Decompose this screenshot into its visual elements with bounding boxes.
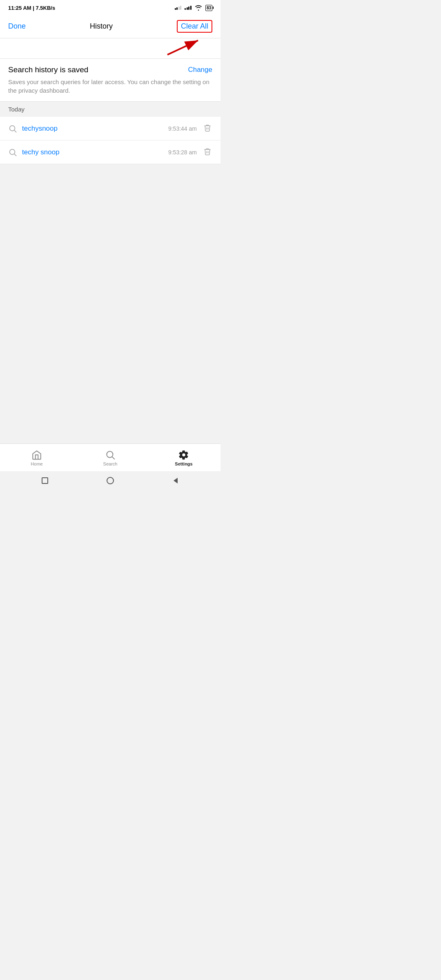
history-status-row: Search history is saved Change [8, 65, 212, 74]
search-icon [8, 124, 17, 133]
history-status-title: Search history is saved [8, 65, 88, 74]
search-query-1: techysnoop [22, 125, 168, 133]
history-item[interactable]: techysnoop 9:53:44 am [0, 117, 220, 140]
status-icons: 83 [175, 5, 212, 11]
search-query-2: techy snoop [22, 148, 168, 156]
history-description: Saves your search queries for later acce… [8, 78, 212, 95]
wifi-icon [195, 5, 202, 11]
trash-icon-1 [203, 123, 212, 132]
android-nav-bar [0, 471, 220, 490]
trash-icon-2 [203, 147, 212, 156]
empty-area [0, 164, 220, 417]
svg-line-1 [167, 40, 198, 55]
bottom-nav: Home Search Settings [0, 443, 220, 471]
done-button[interactable]: Done [8, 22, 26, 31]
delete-button-2[interactable] [203, 146, 212, 158]
section-header-label: Today [8, 106, 24, 113]
change-button[interactable]: Change [188, 66, 212, 74]
history-list: techysnoop 9:53:44 am techy snoop 9:53:2… [0, 117, 220, 164]
history-time-2: 9:53:28 am [168, 149, 197, 156]
signal-icon-2 [185, 6, 192, 10]
back-icon [172, 477, 179, 484]
nav-label-home: Home [31, 461, 42, 466]
svg-point-9 [107, 477, 114, 484]
svg-line-5 [14, 154, 16, 156]
history-item[interactable]: techy snoop 9:53:28 am [0, 140, 220, 164]
square-icon [41, 477, 49, 484]
status-bar: 11:25 AM | 7.5KB/s 83 [0, 0, 220, 15]
nav-item-home[interactable]: Home [20, 450, 53, 466]
status-time: 11:25 AM | 7.5KB/s [8, 5, 55, 11]
search-nav-icon [105, 450, 116, 460]
nav-label-settings: Settings [175, 461, 192, 466]
history-time-1: 9:53:44 am [168, 125, 197, 132]
clear-all-button[interactable]: Clear All [177, 20, 212, 33]
nav-label-search: Search [103, 461, 118, 466]
page-title: History [90, 22, 113, 31]
nav-item-settings[interactable]: Settings [167, 450, 200, 466]
section-header-today: Today [0, 102, 220, 117]
battery-icon: 83 [205, 5, 212, 11]
history-status-section: Search history is saved Change Saves you… [0, 59, 220, 102]
arrow-annotation [0, 38, 220, 59]
svg-line-7 [112, 457, 115, 459]
search-icon [8, 148, 17, 157]
svg-point-2 [10, 125, 15, 131]
signal-icon-1 [175, 6, 182, 10]
android-home-button[interactable] [106, 476, 115, 485]
android-recents-button[interactable] [40, 476, 49, 485]
arrow-icon [159, 34, 208, 59]
nav-item-search[interactable]: Search [94, 450, 127, 466]
svg-rect-8 [42, 478, 48, 483]
settings-icon [178, 450, 189, 460]
circle-icon [106, 477, 114, 485]
svg-line-3 [14, 130, 16, 132]
delete-button-1[interactable] [203, 122, 212, 134]
svg-marker-10 [174, 478, 178, 483]
android-back-button[interactable] [171, 476, 180, 485]
home-icon [31, 450, 42, 460]
svg-point-6 [107, 451, 113, 457]
svg-point-4 [10, 149, 15, 154]
